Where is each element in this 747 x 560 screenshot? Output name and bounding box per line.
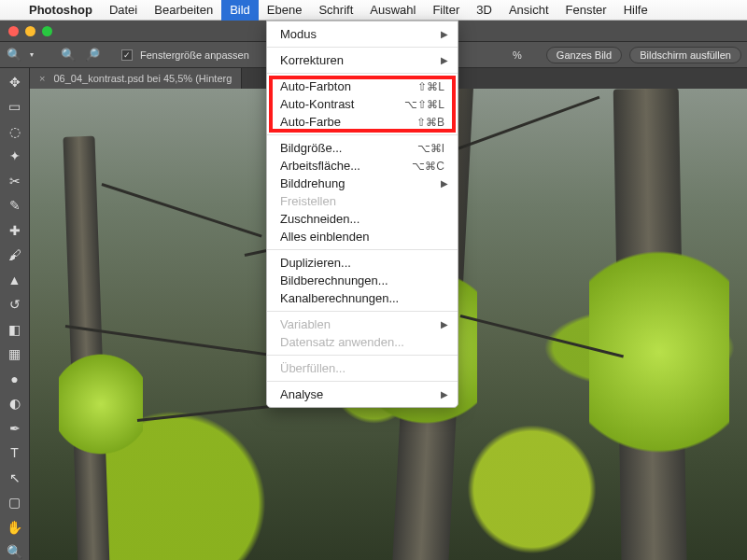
zoom-in-icon[interactable]: 🔍 (60, 47, 77, 63)
menu-item-datensatz-anwenden: Datensatz anwenden... (267, 333, 458, 351)
menubar-item-ebene[interactable]: Ebene (259, 0, 311, 21)
close-window-icon[interactable] (8, 26, 19, 36)
menu-item-auto-kontrast[interactable]: Auto-Kontrast⌥⇧⌘L (267, 95, 458, 113)
menu-item-label: Modus (280, 27, 444, 41)
menubar-item-hilfe[interactable]: Hilfe (615, 0, 656, 21)
menu-item-kanalberechnungen[interactable]: Kanalberechnungen... (267, 289, 458, 307)
menu-item-arbeitsfläche[interactable]: Arbeitsfläche...⌥⌘C (267, 157, 458, 175)
menubar-item-schrift[interactable]: Schrift (310, 0, 361, 21)
fit-window-label: Fenstergröße anpassen (140, 49, 249, 61)
menu-item-shortcut: ⌥⌘I (417, 142, 444, 155)
menubar-item-filter[interactable]: Filter (424, 0, 468, 21)
menu-item-auto-farbton[interactable]: Auto-Farbton⇧⌘L (267, 77, 458, 95)
fit-window-checkbox[interactable]: ✓ (121, 49, 133, 61)
history-tool-icon[interactable]: ↺ (5, 297, 25, 314)
marquee-tool-icon[interactable]: ▭ (5, 99, 25, 116)
menu-item-label: Freistellen (280, 194, 444, 208)
menu-item-freistellen: Freistellen (267, 192, 458, 210)
stamp-tool-icon[interactable]: ▲ (5, 272, 25, 288)
submenu-arrow-icon: ▶ (441, 389, 448, 399)
menu-item-label: Zuschneiden... (280, 212, 444, 226)
menubar-item-bild[interactable]: Bild (221, 0, 259, 21)
menu-item-shortcut: ⌥⌘C (412, 160, 444, 173)
menu-item-shortcut: ⌥⇧⌘L (404, 98, 444, 111)
menu-item-label: Überfüllen... (280, 361, 444, 375)
bild-menu-dropdown: Modus▶Korrekturen▶Auto-Farbton⇧⌘LAuto-Ko… (266, 21, 458, 408)
lasso-tool-icon[interactable]: ◌ (5, 123, 25, 140)
submenu-arrow-icon: ▶ (441, 55, 448, 65)
menu-item-label: Bildgröße... (280, 141, 417, 155)
whole-image-button[interactable]: Ganzes Bild (546, 47, 622, 63)
menu-item-label: Bilddrehung (280, 176, 444, 190)
menu-item-label: Auto-Farbe (280, 115, 416, 129)
blur-tool-icon[interactable]: ● (5, 371, 25, 387)
menu-item-bildgröße[interactable]: Bildgröße...⌥⌘I (267, 139, 458, 157)
document-tab[interactable]: × 06_04_kontrast.psd bei 45,5% (Hinterg (30, 68, 242, 89)
menu-item-modus[interactable]: Modus▶ (267, 25, 458, 43)
type-tool-icon[interactable]: T (5, 445, 25, 462)
path-tool-icon[interactable]: ↖ (5, 469, 25, 486)
menu-item-zuschneiden[interactable]: Zuschneiden... (267, 210, 458, 228)
heal-tool-icon[interactable]: ✚ (5, 222, 25, 239)
gradient-tool-icon[interactable]: ▦ (5, 346, 25, 363)
menu-item-variablen: Variablen▶ (267, 315, 458, 333)
menu-item-alles-einblenden[interactable]: Alles einblenden (267, 228, 458, 245)
menu-item-label: Alles einblenden (280, 230, 444, 244)
menubar-app-name[interactable]: Photoshop (21, 0, 101, 21)
brush-tool-icon[interactable]: 🖌 (5, 247, 25, 264)
menubar-item-auswahl[interactable]: Auswahl (361, 0, 424, 21)
eraser-tool-icon[interactable]: ◧ (5, 321, 25, 338)
document-tab-label: 06_04_kontrast.psd bei 45,5% (Hinterg (54, 73, 233, 84)
menubar-item-datei[interactable]: Datei (101, 0, 146, 21)
menu-item-label: Kanalberechnungen... (280, 291, 444, 305)
menu-item-shortcut: ⇧⌘B (416, 116, 444, 129)
menu-item-überfüllen: Überfüllen... (267, 359, 458, 377)
menu-item-label: Arbeitsfläche... (280, 159, 412, 173)
menu-item-label: Auto-Kontrast (280, 97, 404, 111)
mac-menubar: Photoshop DateiBearbeitenBildEbeneSchrif… (0, 0, 747, 21)
menu-item-label: Datensatz anwenden... (280, 335, 444, 349)
menu-item-label: Analyse (280, 387, 444, 401)
minimize-window-icon[interactable] (25, 26, 35, 36)
menu-item-duplizieren[interactable]: Duplizieren... (267, 254, 458, 272)
eyedropper-tool-icon[interactable]: ✎ (5, 198, 25, 215)
tool-dropdown-icon[interactable]: ▾ (30, 50, 34, 59)
menu-item-label: Variablen (280, 317, 444, 331)
menu-item-analyse[interactable]: Analyse▶ (267, 385, 458, 403)
menu-item-label: Korrekturen (280, 53, 444, 67)
menu-item-label: Auto-Farbton (280, 79, 417, 93)
zoom-tool-icon[interactable]: 🔍 (5, 544, 25, 561)
menubar-item-bearbeiten[interactable]: Bearbeiten (146, 0, 221, 21)
fill-screen-button[interactable]: Bildschirm ausfüllen (629, 47, 741, 63)
menu-item-label: Bildberechnungen... (280, 273, 444, 287)
move-tool-icon[interactable]: ✥ (5, 74, 25, 91)
shape-tool-icon[interactable]: ▢ (5, 495, 25, 511)
zoom-out-icon[interactable]: 🔎 (84, 47, 101, 63)
menubar-item-ansicht[interactable]: Ansicht (500, 0, 557, 21)
dodge-tool-icon[interactable]: ◐ (5, 396, 25, 413)
hand-tool-icon[interactable]: ✋ (5, 519, 25, 536)
menu-item-korrekturen[interactable]: Korrekturen▶ (267, 51, 458, 69)
submenu-arrow-icon: ▶ (441, 29, 448, 39)
zoom-percent-suffix: % (513, 49, 522, 61)
zoom-tool-icon[interactable]: 🔍 (6, 47, 22, 63)
submenu-arrow-icon: ▶ (441, 319, 448, 329)
menu-item-bildberechnungen[interactable]: Bildberechnungen... (267, 272, 458, 289)
menu-item-shortcut: ⇧⌘L (417, 80, 444, 93)
maximize-window-icon[interactable] (42, 26, 52, 36)
menubar-item-fenster[interactable]: Fenster (557, 0, 615, 21)
menubar-item-3d[interactable]: 3D (468, 0, 500, 21)
close-tab-icon[interactable]: × (39, 73, 45, 84)
wand-tool-icon[interactable]: ✦ (5, 148, 25, 165)
menu-item-bilddrehung[interactable]: Bilddrehung▶ (267, 175, 458, 192)
menu-item-label: Duplizieren... (280, 256, 444, 270)
pen-tool-icon[interactable]: ✒ (5, 420, 25, 437)
menu-item-auto-farbe[interactable]: Auto-Farbe⇧⌘B (267, 113, 458, 131)
tools-panel: ✥▭◌✦✂✎✚🖌▲↺◧▦●◐✒T↖▢✋🔍 (0, 68, 30, 560)
submenu-arrow-icon: ▶ (441, 178, 448, 189)
crop-tool-icon[interactable]: ✂ (5, 173, 25, 189)
